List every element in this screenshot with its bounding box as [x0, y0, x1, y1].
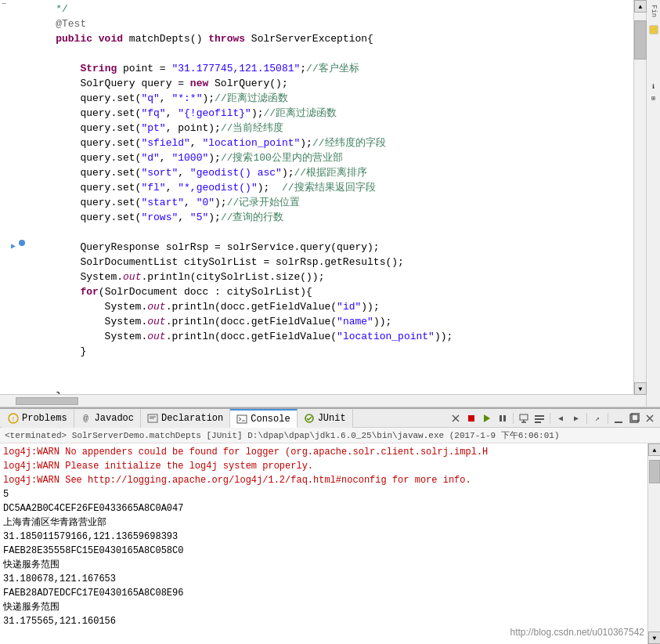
- stop-btn[interactable]: [464, 411, 478, 425]
- console-vscroll[interactable]: ▲ ▼: [647, 443, 660, 644]
- toolbar-divider: [513, 413, 514, 424]
- console-line-5: DC5AA2B0C4CEF26FE0433665A8C0A047: [3, 501, 657, 516]
- console-icon: [236, 414, 247, 425]
- code-line: query.set("fq", "{!geofilt}");//距离过滤函数: [31, 106, 644, 121]
- run-btn[interactable]: [480, 411, 494, 425]
- h-scrollbar-thumb[interactable]: [16, 397, 78, 405]
- javadoc-icon: @: [81, 413, 92, 424]
- console-scroll-thumb[interactable]: [649, 460, 660, 483]
- tab-javadoc-label: Javadoc: [95, 413, 134, 424]
- v-scrollbar[interactable]: ▲ ▼: [633, 0, 646, 395]
- code-line: public void matchDepts() throws SolrServ…: [31, 31, 644, 46]
- code-line: System.out.println(docc.getFieldValue("n…: [31, 314, 644, 329]
- console-line-11: FAEB28AD7EDCFC17E0430165A8C08E96: [3, 586, 657, 600]
- options-icon[interactable]: ⊞: [651, 95, 655, 102]
- code-line: @Test: [31, 16, 644, 31]
- toolbar-divider3: [586, 413, 587, 424]
- svg-marker-11: [484, 414, 490, 422]
- maximize-btn[interactable]: [627, 411, 641, 425]
- tab-problems-label: Problems: [22, 413, 67, 424]
- minimize-btn[interactable]: [611, 411, 626, 425]
- code-line: for(SolrDocument docc : citySolrList){: [31, 284, 644, 299]
- panel-title-bar: <terminated> SolrServerDemo.matchDepts […: [0, 428, 660, 443]
- svg-rect-13: [503, 415, 506, 421]
- svg-rect-12: [500, 415, 502, 421]
- watermark: http://blog.csdn.net/u010367542: [510, 627, 644, 638]
- code-line: */: [31, 2, 644, 16]
- stop2-btn[interactable]: [496, 411, 510, 425]
- tab-declaration-label: Declaration: [161, 413, 223, 424]
- svg-rect-18: [535, 418, 544, 420]
- find-label[interactable]: Fin: [650, 5, 658, 17]
- editor-area: */ @Test public void matchDepts() throws…: [0, 0, 660, 407]
- code-line: [31, 225, 644, 240]
- console-line-7: 31.185011579166,121.13659698393: [3, 530, 657, 544]
- code-content: */ @Test public void matchDepts() throws…: [28, 0, 647, 407]
- scroll-down-btn[interactable]: ▼: [634, 382, 647, 395]
- tab-console[interactable]: Console: [230, 409, 297, 428]
- code-line: query.set("pt", point);//当前经纬度: [31, 121, 644, 136]
- nav-next-btn[interactable]: ▶: [569, 411, 583, 425]
- code-line: System.out.println(citySolrList.size());: [31, 270, 644, 284]
- scroll-up-btn[interactable]: ▲: [634, 0, 647, 13]
- code-line: query.set("d", "1000");//搜索100公里内的营业部: [31, 150, 644, 165]
- svg-rect-17: [535, 415, 544, 417]
- code-line: }: [31, 344, 644, 359]
- close-panel-btn[interactable]: [643, 411, 657, 425]
- code-line: query.set("rows", "5");//查询的行数: [31, 210, 644, 225]
- console-scroll-up[interactable]: ▲: [648, 443, 660, 456]
- console-line-8: FAEB28E35558FC15E0430165A8C058C0: [3, 544, 657, 558]
- svg-text:!: !: [11, 416, 15, 424]
- bottom-panel: ! Problems @ Javadoc Declaration Console: [0, 407, 660, 644]
- code-line: query.set("fl", "*,geodist()"); //搜索结果返回…: [31, 180, 644, 195]
- code-line: query.set("sort", "geodist() asc");//根据距…: [31, 165, 644, 180]
- code-line: query.set("q", "*:*");//距离过滤函数: [31, 91, 644, 106]
- console-line-12: 快递服务范围: [3, 600, 657, 614]
- console-scroll-down[interactable]: ▼: [648, 631, 660, 644]
- console-line-10: 31.180678,121.167653: [3, 572, 657, 586]
- code-line: query.set("sfield", "location_point");//…: [31, 136, 644, 150]
- console-title: <terminated> SolrServerDemo.matchDepts […: [5, 429, 560, 441]
- declaration-icon: [147, 413, 158, 424]
- panel-tabs: ! Problems @ Javadoc Declaration Console: [0, 409, 660, 428]
- console-line-3: log4j:WARN See http://logging.apache.org…: [3, 473, 657, 487]
- code-line: [31, 359, 644, 374]
- tab-console-label: Console: [251, 414, 290, 425]
- nav-prev-btn[interactable]: ◀: [554, 411, 568, 425]
- scroll-lock-btn[interactable]: [517, 411, 531, 425]
- svg-rect-19: [535, 421, 541, 423]
- toolbar-divider4: [608, 413, 608, 424]
- tab-javadoc[interactable]: @ Javadoc: [74, 409, 141, 428]
- console-content: log4j:WARN No appenders could be found f…: [0, 443, 660, 644]
- svg-rect-5: [237, 415, 247, 423]
- h-scrollbar[interactable]: [0, 394, 646, 407]
- code-line: [31, 374, 644, 389]
- junit-icon: [304, 413, 315, 424]
- tab-junit-label: JUnit: [318, 413, 346, 424]
- console-line-9: 快递服务范围: [3, 558, 657, 572]
- tab-junit[interactable]: JUnit: [298, 409, 353, 428]
- svg-rect-14: [520, 414, 528, 420]
- word-wrap-btn[interactable]: [532, 411, 546, 425]
- bookmark-marker: [649, 25, 658, 34]
- clear-console-btn[interactable]: [449, 411, 463, 425]
- toolbar-divider2: [550, 413, 550, 424]
- problems-icon: !: [8, 413, 19, 424]
- svg-rect-10: [468, 415, 474, 421]
- console-output[interactable]: log4j:WARN No appenders could be found f…: [0, 443, 660, 644]
- console-line-1: log4j:WARN No appenders could be found f…: [3, 445, 657, 459]
- info-icon[interactable]: ℹ: [652, 83, 655, 90]
- code-line: SolrQuery query = new SolrQuery();: [31, 76, 644, 91]
- tab-declaration[interactable]: Declaration: [141, 409, 230, 428]
- v-scrollbar-thumb[interactable]: [634, 20, 647, 60]
- code-line: String point = "31.177745,121.15081";//客…: [31, 61, 644, 76]
- code-line: SolrDocumentList citySolrList = solrRsp.…: [31, 255, 644, 270]
- tab-problems[interactable]: ! Problems: [2, 409, 74, 428]
- console-line-6: 上海青浦区华青路营业部: [3, 516, 657, 530]
- right-sidebar: Fin ℹ ⊞: [646, 0, 660, 407]
- svg-rect-20: [615, 421, 622, 423]
- console-line-4: 5: [3, 487, 657, 501]
- panel-toolbar: ◀ ▶ ↗: [449, 411, 660, 425]
- code-line: System.out.println(docc.getFieldValue("l…: [31, 329, 644, 344]
- open-console-btn[interactable]: ↗: [590, 411, 604, 425]
